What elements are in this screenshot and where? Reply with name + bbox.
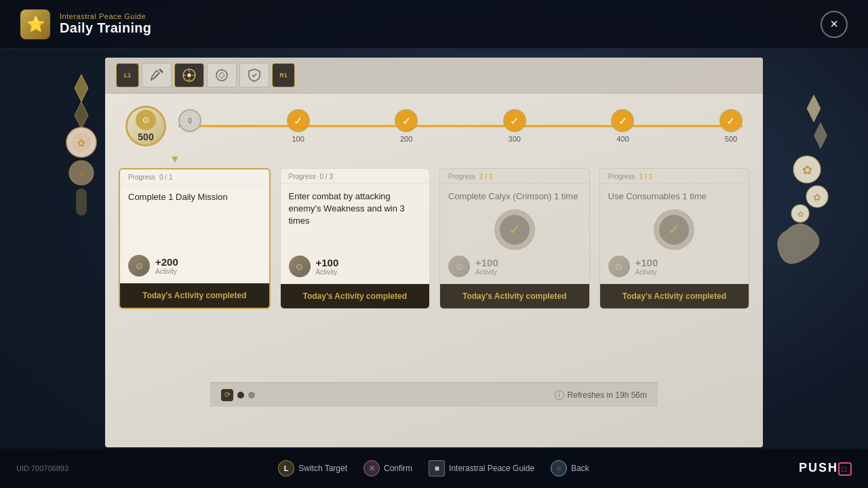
track-label-200: 200 xyxy=(400,135,412,143)
card-1-task: Complete 1 Daily Mission xyxy=(128,191,261,248)
svg-marker-1 xyxy=(75,102,88,129)
svg-text:✿: ✿ xyxy=(802,163,812,177)
card-1-progress-label: Progress xyxy=(128,174,155,181)
progress-section: ⊙ 500 0 ✓ 100 ✓ 200 ✓ 300 xyxy=(105,94,763,153)
card-3-progress: Progress 1 / 1 xyxy=(440,169,589,184)
header-bar: ⭐ Interastral Peace Guide Daily Training… xyxy=(0,0,868,49)
header-text: Interastral Peace Guide Daily Training xyxy=(60,12,151,36)
svg-rect-7 xyxy=(76,188,87,216)
card-4-reward-text: +100 Activity xyxy=(635,257,658,276)
card-3-reward-type: Activity xyxy=(475,268,498,276)
controller-bar: UID:700706893 L Switch Target ✕ Confirm … xyxy=(0,449,868,488)
confirm-action[interactable]: ✕ Confirm xyxy=(363,460,412,476)
card-4[interactable]: Progress 1 / 1 Use Consumables 1 time ✓ … xyxy=(599,168,750,309)
switch-target-action[interactable]: L Switch Target xyxy=(278,460,347,476)
guide-label: Interastral Peace Guide xyxy=(449,464,534,473)
card-1[interactable]: Progress 0 / 1 Complete 1 Daily Mission … xyxy=(119,168,271,309)
guide-action[interactable]: ⊞ Interastral Peace Guide xyxy=(429,460,534,476)
track-point-500: ✓ 500 xyxy=(719,109,743,143)
tab-compass[interactable] xyxy=(174,63,204,87)
confirm-label: Confirm xyxy=(384,464,412,473)
tab-shield[interactable] xyxy=(239,63,269,87)
header-subtitle: Interastral Peace Guide xyxy=(60,12,151,20)
down-arrow-icon: ▼ xyxy=(170,153,180,165)
card-3-progress-value: 1 / 1 xyxy=(479,173,492,180)
medallion-value: 500 xyxy=(138,131,153,142)
controller-actions: L Switch Target ✕ Confirm ⊞ Interastral … xyxy=(278,460,589,476)
card-4-check-mark: ✓ xyxy=(659,215,689,245)
header-title: Daily Training xyxy=(60,20,151,36)
track-label-500: 500 xyxy=(725,135,737,143)
tab-L1[interactable]: L1 xyxy=(116,63,139,87)
card-2-reward: ⊙ +100 Activity xyxy=(289,256,422,277)
card-1-reward: ⊙ +200 Activity xyxy=(128,255,261,277)
tab-circle[interactable] xyxy=(207,63,237,87)
cards-section: Progress 0 / 1 Complete 1 Daily Mission … xyxy=(105,168,763,309)
card-4-progress-label: Progress xyxy=(608,173,635,180)
svg-text:✿: ✿ xyxy=(797,210,804,218)
track-circle-400: ✓ xyxy=(611,109,634,132)
guide-btn[interactable]: ⊞ xyxy=(429,460,445,476)
page-dot-1 xyxy=(237,392,244,399)
track-label-100: 100 xyxy=(292,135,304,143)
card-1-body: Complete 1 Daily Mission ⊙ +200 Activity xyxy=(120,184,269,283)
tab-R1[interactable]: R1 xyxy=(272,63,295,87)
card-2-body: Enter combat by attacking enemy's Weakne… xyxy=(281,184,430,284)
card-2[interactable]: Progress 0 / 3 Enter combat by attacking… xyxy=(280,168,431,309)
back-btn[interactable]: ○ xyxy=(551,460,567,476)
refresh-text: i Refreshes in 19h 56m xyxy=(555,390,647,400)
card-3-reward-text: +100 Activity xyxy=(475,257,498,276)
card-1-reward-type: Activity xyxy=(155,268,178,275)
refresh-label: Refreshes in 19h 56m xyxy=(568,390,647,400)
card-1-reward-amount: +200 xyxy=(155,256,178,268)
card-4-reward-icon: ⊙ xyxy=(608,256,630,277)
confirm-btn[interactable]: ✕ xyxy=(363,460,380,476)
card-1-footer: Today's Activity completed xyxy=(120,283,269,308)
svg-marker-9 xyxy=(814,122,827,149)
track-circle-300: ✓ xyxy=(503,109,526,132)
bottom-bar: ⟳ i Refreshes in 19h 56m xyxy=(210,382,658,407)
card-1-progress: Progress 0 / 1 xyxy=(120,169,269,184)
card-4-progress: Progress 1 / 1 xyxy=(600,169,749,184)
card-2-task: Enter combat by attacking enemy's Weakne… xyxy=(289,190,422,249)
switch-target-btn[interactable]: L xyxy=(278,460,294,476)
card-3-task: Complete Calyx (Crimson) 1 time xyxy=(448,190,581,203)
svg-text:✿: ✿ xyxy=(813,192,821,203)
card-2-progress: Progress 0 / 3 xyxy=(281,169,430,184)
track-label-300: 300 xyxy=(509,135,521,143)
push-square-icon: □ xyxy=(838,462,852,476)
svg-text:✦: ✦ xyxy=(77,168,86,180)
card-3[interactable]: Progress 1 / 1 Complete Calyx (Crimson) … xyxy=(439,168,590,309)
card-2-reward-icon: ⊙ xyxy=(289,256,311,277)
header-icon: ⭐ xyxy=(20,9,50,39)
card-2-progress-value: 0 / 3 xyxy=(320,173,333,180)
track-circle-100: ✓ xyxy=(287,109,310,132)
card-4-footer: Today's Activity completed xyxy=(600,284,749,308)
card-4-reward: ⊙ +100 Activity xyxy=(608,256,741,277)
track-circle-500: ✓ xyxy=(719,109,743,132)
card-4-check-overlay: ✓ xyxy=(608,209,741,256)
track-circle-200: ✓ xyxy=(395,109,418,132)
switch-target-label: Switch Target xyxy=(298,464,347,473)
card-3-footer: Today's Activity completed xyxy=(440,284,589,308)
down-indicator: ▼ xyxy=(112,153,763,165)
right-decoration: ✿ ✿ ✿ xyxy=(766,81,834,287)
track-circle-0: 0 xyxy=(178,109,201,132)
card-4-reward-amount: +100 xyxy=(635,257,658,268)
card-3-check-mark: ✓ xyxy=(500,215,530,245)
card-2-reward-text: +100 Activity xyxy=(316,257,339,276)
page-dot-nav: ⟳ xyxy=(221,389,233,401)
card-2-reward-amount: +100 xyxy=(316,257,339,268)
card-3-reward-amount: +100 xyxy=(475,257,498,268)
card-2-progress-label: Progress xyxy=(289,173,316,180)
tab-sword[interactable] xyxy=(142,63,172,87)
back-action[interactable]: ○ Back xyxy=(551,460,589,476)
close-button[interactable]: × xyxy=(821,11,848,38)
page-dots: ⟳ xyxy=(221,389,255,401)
card-4-progress-value: 1 / 1 xyxy=(639,173,652,180)
card-4-reward-type: Activity xyxy=(635,268,658,276)
track-point-200: ✓ 200 xyxy=(395,109,418,143)
tab-bar: L1 R1 xyxy=(105,58,763,94)
svg-marker-8 xyxy=(807,95,821,122)
track-label-400: 400 xyxy=(616,135,629,143)
